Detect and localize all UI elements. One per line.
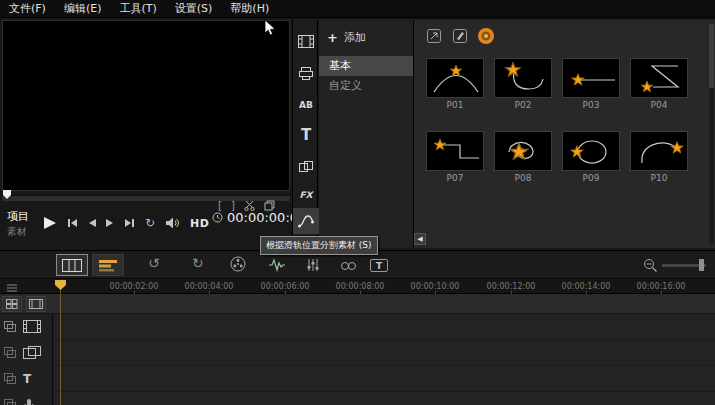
menu-item-edit[interactable]: 编辑(E) xyxy=(55,0,111,17)
path-preset-hook-icon xyxy=(631,132,689,172)
zoom-slider-handle[interactable] xyxy=(699,259,704,271)
menu-item-file[interactable]: 文件(F) xyxy=(0,0,55,17)
gallery-item-p04[interactable] xyxy=(630,58,688,98)
video-track-icon xyxy=(23,320,41,333)
volume-button[interactable] xyxy=(165,217,180,229)
voice-track-lane[interactable] xyxy=(54,392,715,405)
menu-item-tools[interactable]: 工具(T) xyxy=(110,0,165,17)
motion-path-icon[interactable] xyxy=(293,208,319,234)
path-preset-swoosh-icon xyxy=(495,59,553,99)
subtitle-t-icon: T xyxy=(370,259,388,272)
film-reel-icon xyxy=(230,256,246,272)
overlay-track-lane[interactable] xyxy=(54,340,715,365)
gallery-item-p01[interactable] xyxy=(426,58,484,98)
timeline-ruler[interactable]: 00:00:02:00 00:00:04:00 00:00:06:00 00:0… xyxy=(0,280,715,294)
gallery-item-p02[interactable] xyxy=(494,58,552,98)
subtitle-editor-button[interactable]: T xyxy=(370,259,388,272)
split-clip-tooltip: 根据滑轨位置分割素材 (S) xyxy=(260,236,378,255)
magnifier-minus-icon xyxy=(643,258,658,273)
gallery-scrollbar[interactable] xyxy=(709,24,714,244)
voice-track-header[interactable] xyxy=(0,392,53,405)
gallery-item-label: P09 xyxy=(561,173,621,183)
waveform-icon xyxy=(268,258,286,272)
skip-start-button[interactable] xyxy=(67,218,78,228)
track-row xyxy=(0,340,715,365)
skip-end-button[interactable] xyxy=(124,218,135,228)
ruler-label: 00:00:02:00 xyxy=(106,282,162,291)
scrollbar-thumb[interactable] xyxy=(709,24,714,88)
clock-icon xyxy=(212,212,223,223)
track-visibility-icon[interactable] xyxy=(4,373,17,384)
hd-toggle-button[interactable]: HD xyxy=(190,217,209,230)
motion-track-button[interactable] xyxy=(340,260,356,272)
play-button[interactable] xyxy=(42,215,57,231)
sound-mixer-button[interactable] xyxy=(268,258,286,272)
edit-icon[interactable] xyxy=(450,26,470,46)
track-area: T xyxy=(0,314,715,405)
transition-icon[interactable]: AB xyxy=(293,92,319,118)
ruler-options-icon[interactable] xyxy=(6,283,18,293)
title-track-lane[interactable] xyxy=(54,366,715,391)
track-visibility-icon[interactable] xyxy=(4,321,17,332)
menu-item-help[interactable]: 帮助(H) xyxy=(221,0,278,17)
path-preset-arc-icon xyxy=(427,59,485,99)
instant-project-icon[interactable] xyxy=(293,60,319,86)
path-preset-step-icon xyxy=(427,132,485,172)
gallery-item-p09[interactable] xyxy=(562,131,620,171)
title-track-header[interactable]: T xyxy=(0,366,53,391)
ruler-label: 00:00:06:00 xyxy=(257,282,313,291)
category-item-custom[interactable]: 自定义 xyxy=(319,76,413,96)
project-tab[interactable]: 项目 xyxy=(7,209,29,224)
gallery-item-label: P07 xyxy=(425,173,485,183)
title-icon[interactable]: T xyxy=(293,122,319,148)
gallery-item-label: P01 xyxy=(425,100,485,110)
menu-item-settings[interactable]: 设置(S) xyxy=(166,0,222,17)
timeline-bars-icon xyxy=(98,259,118,272)
options-icon[interactable] xyxy=(476,26,496,46)
overlay-track-icon xyxy=(23,346,41,359)
prev-frame-button[interactable] xyxy=(88,218,96,228)
plus-icon: + xyxy=(327,31,338,44)
category-panel: + 添加 基本 自定义 xyxy=(319,20,413,248)
undo-button[interactable]: ↺ xyxy=(148,256,160,270)
category-item-basic[interactable]: 基本 xyxy=(319,56,413,76)
next-frame-button[interactable] xyxy=(106,218,114,228)
clip-tab[interactable]: 素材 xyxy=(7,225,27,239)
speaker-icon xyxy=(165,217,180,229)
track-row: T xyxy=(0,366,715,391)
track-visibility-icon[interactable] xyxy=(4,399,17,405)
record-capture-button[interactable] xyxy=(230,256,246,272)
grid-view-icon[interactable] xyxy=(2,296,22,312)
gallery-item-label: P02 xyxy=(493,100,553,110)
path-preset-loop-icon xyxy=(563,132,621,172)
gallery-item-label: P03 xyxy=(561,100,621,110)
audio-adjust-button[interactable] xyxy=(306,258,320,272)
gallery-item-p03[interactable] xyxy=(562,58,620,98)
ruler-label: 00:00:16:00 xyxy=(633,282,689,291)
repeat-button[interactable]: ↻ xyxy=(145,217,155,229)
collapse-library-button[interactable]: ◀ xyxy=(414,233,426,245)
gallery-item-label: P04 xyxy=(629,100,689,110)
redo-button[interactable]: ↻ xyxy=(192,256,204,270)
gallery-item-p07[interactable] xyxy=(426,131,484,171)
video-track-lane[interactable] xyxy=(54,314,715,339)
library-nav-rail: AB T FX xyxy=(292,20,318,248)
gallery-item-p10[interactable] xyxy=(630,131,688,171)
track-visibility-icon[interactable] xyxy=(4,347,17,358)
track-row xyxy=(0,392,715,405)
browse-icon[interactable] xyxy=(424,26,444,46)
video-track-header[interactable] xyxy=(0,314,53,339)
storyboard-view-button[interactable] xyxy=(56,254,88,276)
media-library-icon[interactable] xyxy=(293,28,319,54)
ruler-label: 00:00:10:00 xyxy=(407,282,463,291)
overlay-track-header[interactable] xyxy=(0,340,53,365)
graphic-icon[interactable] xyxy=(293,154,319,180)
transport-bar: ↻ HD xyxy=(42,214,209,232)
track-manager-icon[interactable] xyxy=(26,296,46,312)
add-button[interactable]: + 添加 xyxy=(327,30,366,45)
preview-panel xyxy=(2,20,290,191)
timeline-view-button[interactable] xyxy=(92,254,124,276)
zoom-out-button[interactable] xyxy=(643,258,658,273)
gallery-item-p08[interactable] xyxy=(494,131,552,171)
filter-icon[interactable]: FX xyxy=(293,182,319,208)
